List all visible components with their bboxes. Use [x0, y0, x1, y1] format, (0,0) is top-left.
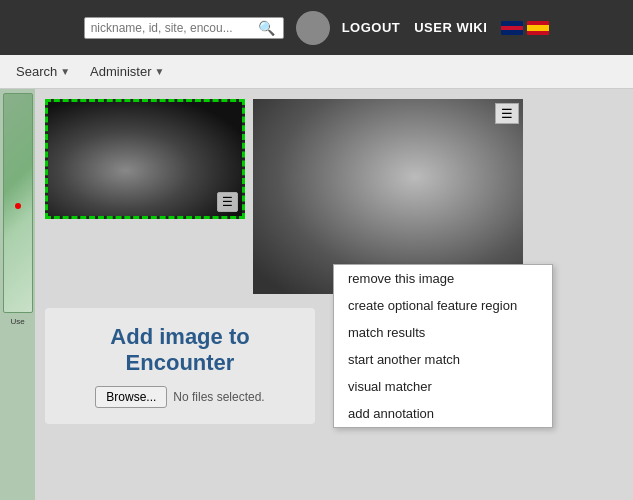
add-image-title: Add image to Encounter: [65, 324, 295, 376]
avatar-image: [296, 11, 330, 45]
image-1-menu-icon[interactable]: ☰: [217, 192, 238, 212]
context-menu-item-4[interactable]: visual matcher: [334, 373, 552, 400]
main-content: Use ☰ ☰ Add image to Encounter Browse...…: [0, 89, 633, 500]
navbar: Search ▼ Administer ▼: [0, 55, 633, 89]
content-panel: ☰ ☰ Add image to Encounter Browse... No …: [35, 89, 633, 500]
selected-image[interactable]: ☰: [45, 99, 245, 219]
nav-search[interactable]: Search ▼: [8, 60, 78, 83]
map-marker: [15, 203, 21, 209]
no-file-text: No files selected.: [173, 390, 264, 404]
nav-administer-label: Administer: [90, 64, 151, 79]
whale-image-1: [48, 102, 242, 216]
image-2-menu-icon[interactable]: ☰: [495, 103, 519, 124]
context-menu-item-1[interactable]: create optional feature region: [334, 292, 552, 319]
flag-uk-icon[interactable]: [501, 21, 523, 35]
search-input[interactable]: [91, 21, 256, 35]
nav-administer-arrow: ▼: [155, 66, 165, 77]
avatar[interactable]: [296, 11, 330, 45]
logout-link[interactable]: LOGOUT: [342, 20, 401, 35]
browse-button[interactable]: Browse...: [95, 386, 167, 408]
userwiki-link[interactable]: USER WIKI: [414, 20, 487, 35]
context-menu-item-0[interactable]: remove this image: [334, 265, 552, 292]
flag-es-icon[interactable]: [527, 21, 549, 35]
search-icon-button[interactable]: 🔍: [256, 20, 277, 36]
sidebar-map: Use: [0, 89, 35, 500]
context-menu-item-5[interactable]: add annotation: [334, 400, 552, 427]
selected-image-inner: [48, 102, 242, 216]
map-use-label: Use: [10, 317, 24, 326]
nav-search-arrow: ▼: [60, 66, 70, 77]
add-image-section: Add image to Encounter Browse... No file…: [45, 308, 315, 424]
file-input-row: Browse... No files selected.: [95, 386, 264, 408]
nav-administer[interactable]: Administer ▼: [82, 60, 172, 83]
map-widget[interactable]: [3, 93, 33, 313]
context-menu: remove this image create optional featur…: [333, 264, 553, 428]
header-links: LOGOUT USER WIKI: [342, 20, 550, 35]
nav-search-label: Search: [16, 64, 57, 79]
flag-group: [501, 21, 549, 35]
context-menu-item-3[interactable]: start another match: [334, 346, 552, 373]
search-bar: 🔍: [84, 17, 284, 39]
header: 🔍 LOGOUT USER WIKI: [0, 0, 633, 55]
context-menu-item-2[interactable]: match results: [334, 319, 552, 346]
